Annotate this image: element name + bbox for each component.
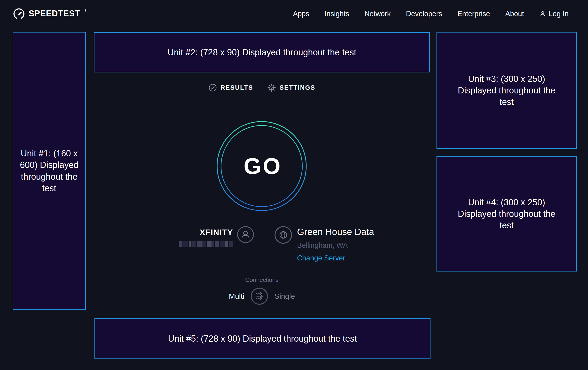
ad-unit-4[interactable]: Unit #4: (300 x 250) Displayed throughou… — [437, 156, 577, 271]
tab-results[interactable]: RESULTS — [209, 83, 253, 92]
go-button[interactable]: GO — [216, 121, 307, 211]
gauge-icon — [13, 8, 25, 20]
redacted-block — [189, 241, 191, 247]
ad-unit-3[interactable]: Unit #3: (300 x 250) Displayed throughou… — [437, 32, 577, 149]
redacted-block — [203, 241, 206, 247]
connection-info-row: XFINITY — [108, 226, 445, 261]
change-server-link[interactable]: Change Server — [297, 254, 374, 261]
results-settings-tabs: RESULTS SETTINGS — [94, 83, 430, 92]
trademark-mark — [85, 9, 86, 11]
redacted-block — [212, 241, 214, 247]
redacted-ip-blocks — [179, 241, 233, 247]
isp-block: XFINITY — [179, 226, 254, 247]
nav-item-developers[interactable]: Developers — [406, 10, 442, 18]
tab-settings[interactable]: SETTINGS — [267, 83, 315, 92]
nav-item-network[interactable]: Network — [364, 10, 391, 18]
multi-connection-toggle-icon[interactable] — [250, 287, 268, 305]
isp-name: XFINITY — [200, 228, 233, 236]
ad-unit-2[interactable]: Unit #2: (728 x 90) Displayed throughout… — [94, 32, 430, 72]
redacted-block — [192, 241, 196, 247]
login-button[interactable]: Log In — [539, 10, 569, 18]
ad-unit-5[interactable]: Unit #5: (728 x 90) Displayed throughout… — [94, 318, 430, 359]
server-location: Bellingham, WA — [297, 242, 374, 249]
gear-icon — [267, 83, 276, 92]
globe-circle-icon — [274, 226, 292, 244]
server-name: Green House Data — [297, 227, 374, 236]
redacted-block — [183, 241, 188, 247]
server-block: Green House Data Bellingham, WA Change S… — [274, 226, 374, 261]
nav-item-enterprise[interactable]: Enterprise — [457, 10, 490, 18]
user-circle-icon — [237, 226, 254, 243]
redacted-block — [215, 241, 219, 247]
ad-unit-4-text: Unit #4: (300 x 250) Displayed throughou… — [454, 197, 559, 231]
main-nav: Apps Insights Network Developers Enterpr… — [293, 10, 569, 18]
login-label: Log In — [549, 10, 569, 18]
nav-item-insights[interactable]: Insights — [325, 10, 349, 18]
ad-unit-3-text: Unit #3: (300 x 250) Displayed throughou… — [454, 73, 559, 108]
speedtest-logo[interactable]: SPEEDTEST — [13, 8, 86, 20]
redacted-block — [179, 241, 182, 247]
redacted-block — [207, 241, 211, 247]
logo-wordmark: SPEEDTEST — [29, 8, 80, 20]
check-circle-icon — [209, 83, 217, 92]
tab-settings-label: SETTINGS — [279, 84, 315, 91]
ad-unit-5-text: Unit #5: (728 x 90) Displayed throughout… — [168, 333, 357, 344]
redacted-block — [229, 241, 233, 247]
redacted-block — [220, 241, 225, 247]
top-nav-bar: SPEEDTEST Apps Insights Network Develope… — [0, 0, 588, 28]
connections-mode-row: Multi Single — [94, 287, 430, 305]
nav-item-about[interactable]: About — [505, 10, 524, 18]
redacted-block — [225, 241, 228, 247]
ad-unit-1-text: Unit #1: (160 x 600) Displayed throughou… — [19, 148, 80, 194]
connections-label: Connections — [94, 276, 430, 283]
ad-unit-2-text: Unit #2: (728 x 90) Displayed throughout… — [168, 47, 356, 58]
tab-results-label: RESULTS — [220, 84, 253, 91]
connections-multi-label[interactable]: Multi — [229, 292, 245, 300]
connections-single-label[interactable]: Single — [274, 292, 295, 300]
nav-item-apps[interactable]: Apps — [293, 10, 309, 18]
redacted-block — [197, 241, 202, 247]
go-label: GO — [216, 121, 307, 211]
person-icon — [539, 10, 546, 17]
ad-unit-1[interactable]: Unit #1: (160 x 600) Displayed throughou… — [13, 32, 86, 310]
